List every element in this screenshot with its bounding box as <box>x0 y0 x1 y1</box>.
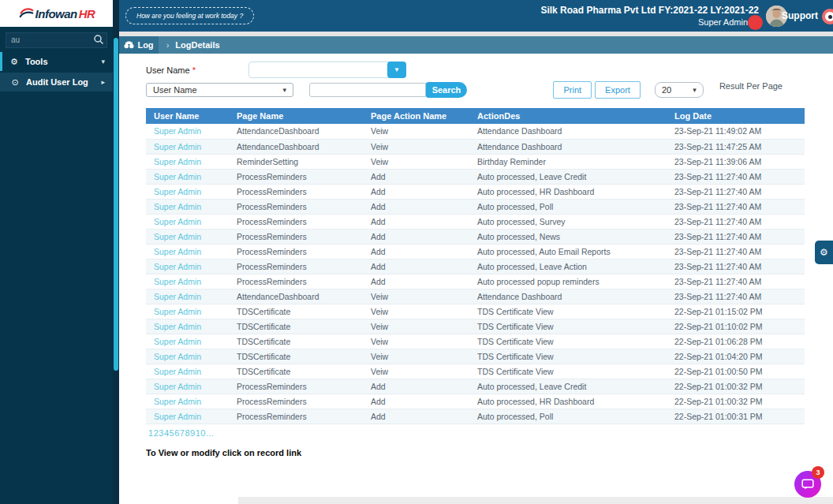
user-name-link[interactable]: Super Admin <box>146 334 229 349</box>
page-action-name-cell: Veiw <box>363 334 469 349</box>
page-name-cell: AttendanceDashboard <box>229 124 363 139</box>
page-action-name-cell: Add <box>363 394 469 409</box>
sidebar-scrollbar-track[interactable] <box>113 0 119 504</box>
user-name-link[interactable]: Super Admin <box>146 139 229 154</box>
user-name-link[interactable]: Super Admin <box>146 244 229 259</box>
action-des-cell: Auto processed, Leave Credit <box>469 169 667 184</box>
user-name-link[interactable]: Super Admin <box>146 379 229 394</box>
filter-row-username: User Name* ▼ <box>146 62 805 78</box>
search-text-input[interactable] <box>309 83 426 97</box>
page-link[interactable]: 9 <box>190 428 196 438</box>
action-des-cell: Attendance Dashboard <box>469 289 667 304</box>
log-date-cell: 23-Sep-21 11:27:40 AM <box>667 244 805 259</box>
table-row: Super AdminProcessRemindersAddAuto proce… <box>146 214 805 229</box>
page-action-name-cell: Add <box>363 274 469 289</box>
action-des-cell: Auto processed, Survey <box>469 214 667 229</box>
chat-unread-badge: 3 <box>812 466 824 479</box>
user-name-link[interactable]: Super Admin <box>146 394 229 409</box>
page-link[interactable]: 3 <box>159 428 164 438</box>
user-name-link[interactable]: Super Admin <box>146 274 229 289</box>
user-name-link[interactable]: Super Admin <box>146 319 229 334</box>
breadcrumb-root-label: Log <box>137 40 153 50</box>
sidebar-item-tools[interactable]: ⚙ Tools ▾ <box>0 52 113 71</box>
column-header-action-des: ActionDes <box>469 108 667 124</box>
page-action-name-cell: Veiw <box>363 364 469 379</box>
user-name-link[interactable]: Super Admin <box>146 364 229 379</box>
bottom-scrollbar-strip[interactable] <box>238 497 833 504</box>
gear-icon: ⚙ <box>9 57 20 67</box>
company-fiscal-year-label: Silk Road Pharma Pvt Ltd FY:2021-22 LY:2… <box>540 5 759 16</box>
page-link[interactable]: 10 <box>196 428 206 438</box>
page-name-cell: AttendanceDashboard <box>229 289 363 304</box>
notification-red-dot[interactable] <box>748 15 763 30</box>
column-header-log-date: Log Date <box>667 108 805 124</box>
user-name-link[interactable]: Super Admin <box>146 229 229 244</box>
sidebar-search <box>6 32 107 47</box>
table-row: Super AdminTDSCertificateVeiwTDS Certifi… <box>146 364 805 379</box>
table-row: Super AdminTDSCertificateVeiwTDS Certifi… <box>146 319 805 334</box>
user-name-link[interactable]: Super Admin <box>146 214 229 229</box>
target-icon[interactable] <box>822 9 833 24</box>
mood-check-button[interactable]: How are you feeling at work today ? <box>125 7 254 24</box>
chevron-down-icon: ▼ <box>394 66 400 73</box>
binoculars-icon <box>124 41 134 49</box>
chat-button[interactable]: 3 <box>794 471 821 498</box>
user-name-link[interactable]: Super Admin <box>146 409 229 424</box>
target-circle-icon: ⊙ <box>9 77 21 88</box>
page-link[interactable]: ... <box>206 428 215 438</box>
page-link[interactable]: 1 <box>148 428 154 438</box>
gear-icon: ⚙ <box>820 247 828 258</box>
log-date-cell: 22-Sep-21 01:00:32 PM <box>667 394 805 409</box>
table-row: Super AdminAttendanceDashboardVeiwAttend… <box>146 139 805 154</box>
user-name-link[interactable]: Super Admin <box>146 199 229 214</box>
audit-log-table: User Name Page Name Page Action Name Act… <box>146 108 805 424</box>
table-row: Super AdminTDSCertificateVeiwTDS Certifi… <box>146 304 805 319</box>
action-des-cell: Attendance Dashboard <box>469 124 667 139</box>
support-label[interactable]: Support <box>782 10 818 21</box>
search-button[interactable]: Search <box>426 82 467 98</box>
table-row: Super AdminAttendanceDashboardVeiwAttend… <box>146 289 805 304</box>
page-action-name-cell: Veiw <box>363 289 469 304</box>
user-name-link[interactable]: Super Admin <box>146 349 229 364</box>
page-size-select[interactable]: 20 ▾ <box>655 82 704 98</box>
dropdown-open-button[interactable]: ▼ <box>387 62 406 78</box>
sidebar-scrollbar-thumb[interactable] <box>114 38 118 371</box>
sidebar-item-audit-user-log[interactable]: ⊙ Audit User Log ▸ <box>0 73 113 91</box>
page-name-cell: TDSCertificate <box>229 349 363 364</box>
export-button[interactable]: Export <box>595 81 641 99</box>
table-row: Super AdminProcessRemindersAddAuto proce… <box>146 169 805 184</box>
user-name-link[interactable]: Super Admin <box>146 259 229 274</box>
page-action-name-cell: Add <box>363 184 469 199</box>
action-des-cell: TDS Certificate View <box>469 334 667 349</box>
content-area: User Name* ▼ User Name ▾ Search Print Ex… <box>119 54 833 457</box>
user-name-link[interactable]: Super Admin <box>146 289 229 304</box>
user-name-link[interactable]: Super Admin <box>146 304 229 319</box>
logged-in-user-label: Super Admin <box>698 17 748 27</box>
action-des-cell: Auto processed, Leave Credit <box>469 379 667 394</box>
user-name-link[interactable]: Super Admin <box>146 169 229 184</box>
page-name-cell: ProcessReminders <box>229 169 363 184</box>
search-icon[interactable] <box>93 34 104 45</box>
page-link[interactable]: 4 <box>164 428 170 438</box>
result-per-page-label: Result Per Page <box>719 81 783 91</box>
page-action-name-cell: Veiw <box>363 124 469 139</box>
page-link[interactable]: 6 <box>174 428 180 438</box>
page-action-name-cell: Veiw <box>363 304 469 319</box>
user-name-link[interactable]: Super Admin <box>146 184 229 199</box>
page-link[interactable]: 8 <box>185 428 190 438</box>
search-field-select[interactable]: User Name ▾ <box>146 83 293 97</box>
settings-flyout-tab[interactable]: ⚙ <box>815 241 833 264</box>
sidebar-search-input[interactable] <box>6 32 107 48</box>
action-des-cell: Auto processed, News <box>469 229 667 244</box>
print-button[interactable]: Print <box>553 81 592 99</box>
log-date-cell: 22-Sep-21 01:06:28 PM <box>667 334 805 349</box>
page-name-cell: ProcessReminders <box>229 394 363 409</box>
page-action-name-cell: Add <box>363 169 469 184</box>
pagination: 12345678910... <box>146 428 805 438</box>
user-name-link[interactable]: Super Admin <box>146 124 229 139</box>
log-date-cell: 23-Sep-21 11:27:40 AM <box>667 289 805 304</box>
breadcrumb-log[interactable]: Log <box>119 36 159 54</box>
logo-swoosh-icon <box>18 7 34 21</box>
username-dropdown[interactable]: ▼ <box>248 62 406 78</box>
user-name-link[interactable]: Super Admin <box>146 154 229 169</box>
